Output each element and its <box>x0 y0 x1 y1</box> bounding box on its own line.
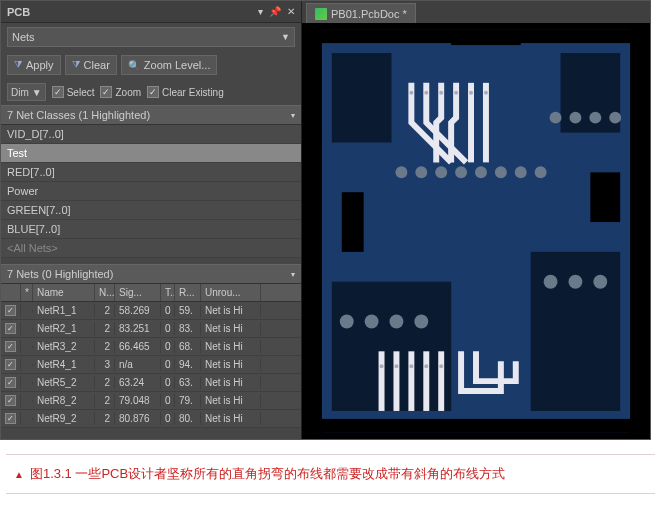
cell-nodes: 2 <box>95 322 115 335</box>
col-name[interactable]: Name <box>33 284 95 301</box>
nets-header-text: 7 Nets (0 Highlighted) <box>7 268 113 280</box>
svg-point-16 <box>495 166 507 178</box>
net-classes-header-text: 7 Net Classes (1 Highlighted) <box>7 109 150 121</box>
panel-menu-icon[interactable]: ▾ <box>258 6 263 17</box>
scope-dropdown[interactable]: Nets ▼ <box>7 27 295 47</box>
svg-rect-7 <box>332 53 392 142</box>
cell-star <box>21 310 33 312</box>
cell-nodes: 2 <box>95 304 115 317</box>
svg-rect-3 <box>310 419 642 433</box>
cell-star <box>21 346 33 348</box>
col-check[interactable] <box>1 284 21 301</box>
net-class-item[interactable]: Test <box>1 144 301 163</box>
highlight-mode-dropdown[interactable]: Dim▼ <box>7 83 46 101</box>
cell-signal: 80.876 <box>115 412 161 425</box>
cell-routed: 94. <box>175 358 201 371</box>
svg-point-27 <box>544 275 558 289</box>
cell-routed: 63. <box>175 376 201 389</box>
col-signal-length[interactable]: Sig... <box>115 284 161 301</box>
caption-text: 图1.3.1 一些PCB设计者坚称所有的直角拐弯的布线都需要改成带有斜角的布线方… <box>30 465 505 483</box>
cell-total: 0 <box>161 376 175 389</box>
cell-total: 0 <box>161 358 175 371</box>
cell-nodes: 2 <box>95 376 115 389</box>
cell-nodes: 2 <box>95 412 115 425</box>
chevron-down-icon: ▼ <box>281 32 290 42</box>
funnel-icon: ⧩ <box>14 59 22 71</box>
svg-point-22 <box>609 112 621 124</box>
svg-point-14 <box>455 166 467 178</box>
col-unrouted[interactable]: Unrou... <box>201 284 261 301</box>
row-checkbox[interactable]: ✓ <box>1 376 21 389</box>
cell-routed: 79. <box>175 394 201 407</box>
pcb-canvas[interactable] <box>302 23 650 439</box>
cell-name: NetR3_2 <box>33 340 95 353</box>
col-routed[interactable]: R... <box>175 284 201 301</box>
svg-rect-42 <box>590 172 620 222</box>
zoom-level-button[interactable]: 🔍Zoom Level... <box>121 55 218 75</box>
row-checkbox[interactable]: ✓ <box>1 394 21 407</box>
clear-existing-checkbox[interactable]: ✓Clear Existing <box>147 86 224 98</box>
svg-point-17 <box>515 166 527 178</box>
zoom-checkbox[interactable]: ✓Zoom <box>100 86 141 98</box>
nets-table-header: * Name N... Sig... T... R... Unrou... <box>1 284 301 302</box>
table-row[interactable]: ✓NetR3_2266.465068.Net is Hi <box>1 338 301 356</box>
svg-point-35 <box>484 91 488 95</box>
net-class-item[interactable]: BLUE[7..0] <box>1 220 301 239</box>
cell-unrouted: Net is Hi <box>201 394 261 407</box>
net-class-item[interactable]: RED[7..0] <box>1 163 301 182</box>
col-star[interactable]: * <box>21 284 33 301</box>
row-checkbox[interactable]: ✓ <box>1 340 21 353</box>
triangle-icon: ▲ <box>14 469 24 480</box>
svg-point-28 <box>568 275 582 289</box>
net-class-item[interactable]: Power <box>1 182 301 201</box>
row-checkbox[interactable]: ✓ <box>1 358 21 371</box>
col-total[interactable]: T... <box>161 284 175 301</box>
svg-point-25 <box>389 315 403 329</box>
net-class-item[interactable]: VID_D[7..0] <box>1 125 301 144</box>
checkbox-icon: ✓ <box>52 86 64 98</box>
svg-point-24 <box>365 315 379 329</box>
cell-total: 0 <box>161 322 175 335</box>
cell-name: NetR9_2 <box>33 412 95 425</box>
cell-nodes: 2 <box>95 340 115 353</box>
table-row[interactable]: ✓NetR9_2280.876080.Net is Hi <box>1 410 301 428</box>
tab-bar: PB01.PcbDoc * <box>302 1 650 23</box>
svg-point-33 <box>454 91 458 95</box>
cell-name: NetR8_2 <box>33 394 95 407</box>
clear-button[interactable]: ⧩Clear <box>65 55 117 75</box>
table-row[interactable]: ✓NetR4_13n/a094.Net is Hi <box>1 356 301 374</box>
app-window: PCB ▾ 📌 ✕ Nets ▼ ⧩Apply ⧩Clear 🔍Zoom Lev… <box>0 0 651 440</box>
svg-point-30 <box>409 91 413 95</box>
row-checkbox[interactable]: ✓ <box>1 412 21 425</box>
svg-point-12 <box>415 166 427 178</box>
svg-point-15 <box>475 166 487 178</box>
figure-caption: ▲ 图1.3.1 一些PCB设计者坚称所有的直角拐弯的布线都需要改成带有斜角的布… <box>6 454 655 494</box>
filter-button-row: ⧩Apply ⧩Clear 🔍Zoom Level... <box>1 51 301 79</box>
select-checkbox[interactable]: ✓Select <box>52 86 95 98</box>
checkbox-icon: ✓ <box>100 86 112 98</box>
col-node-count[interactable]: N... <box>95 284 115 301</box>
chevron-down-icon: ▾ <box>291 111 295 120</box>
pin-icon[interactable]: 📌 <box>269 6 281 17</box>
apply-button[interactable]: ⧩Apply <box>7 55 61 75</box>
document-tab[interactable]: PB01.PcbDoc * <box>306 3 416 23</box>
nets-header[interactable]: 7 Nets (0 Highlighted) ▾ <box>1 264 301 284</box>
options-row: Dim▼ ✓Select ✓Zoom ✓Clear Existing <box>1 79 301 105</box>
cell-signal: 66.465 <box>115 340 161 353</box>
checkbox-icon: ✓ <box>147 86 159 98</box>
panel-header-icons: ▾ 📌 ✕ <box>258 6 295 17</box>
net-classes-header[interactable]: 7 Net Classes (1 Highlighted) ▾ <box>1 105 301 125</box>
row-checkbox[interactable]: ✓ <box>1 322 21 335</box>
svg-rect-5 <box>630 29 642 433</box>
svg-rect-41 <box>342 192 364 252</box>
cell-name: NetR2_1 <box>33 322 95 335</box>
table-row[interactable]: ✓NetR8_2279.048079.Net is Hi <box>1 392 301 410</box>
table-row[interactable]: ✓NetR5_2263.24063.Net is Hi <box>1 374 301 392</box>
net-class-item[interactable]: <All Nets> <box>1 239 301 258</box>
table-row[interactable]: ✓NetR2_1283.251083.Net is Hi <box>1 320 301 338</box>
close-icon[interactable]: ✕ <box>287 6 295 17</box>
svg-point-31 <box>424 91 428 95</box>
table-row[interactable]: ✓NetR1_1258.269059.Net is Hi <box>1 302 301 320</box>
row-checkbox[interactable]: ✓ <box>1 304 21 317</box>
net-class-item[interactable]: GREEN[7..0] <box>1 201 301 220</box>
